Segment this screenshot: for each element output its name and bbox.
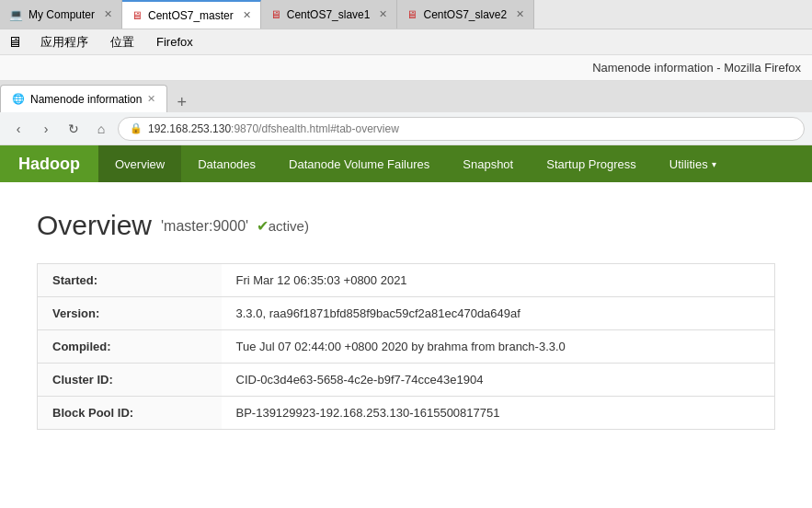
nav-datanode-volume-failures[interactable]: Datanode Volume Failures [272,145,446,182]
table-row-compiled: Compiled: Tue Jul 07 02:44:00 +0800 2020… [38,330,775,364]
os-tab-centos-slave2-close[interactable]: ✕ [516,8,524,20]
label-cluster-id: Cluster ID: [38,364,222,397]
secure-icon: 🔒 [130,122,143,134]
nav-snapshot[interactable]: Snapshot [446,145,530,182]
url-bar[interactable]: 🔒 192.168.253.130:9870/dfshealth.html#ta… [118,117,805,141]
url-path: :9870/dfshealth.html#tab-overview [231,122,399,135]
value-cluster-id: CID-0c3d4e63-5658-4c2e-b9f7-74cce43e1904 [222,364,775,397]
os-taskbar: 💻 My Computer ✕ 🖥 CentOS7_master ✕ 🖥 Cen… [0,0,812,29]
nav-datanodes[interactable]: Datanodes [181,145,272,182]
os-tab-mycomp-close[interactable]: ✕ [104,8,112,20]
address-bar: ‹ › ↻ ⌂ 🔒 192.168.253.130:9870/dfshealth… [0,112,812,145]
browser-tab-namenode[interactable]: 🌐 Namenode information ✕ [0,85,167,112]
overview-status: ✔(✔active)active) [253,218,309,234]
menu-firefox[interactable]: Firefox [153,33,197,51]
os-tab-mycomp[interactable]: 💻 My Computer ✕ [0,0,122,29]
nav-overview[interactable]: Overview [98,145,181,182]
url-host: 192.168.253.130 [148,122,231,135]
os-tab-centos-master[interactable]: 🖥 CentOS7_master ✕ [122,0,261,29]
os-tab-centos-master-close[interactable]: ✕ [243,9,251,21]
window-title-bar: Namenode information - Mozilla Firefox [0,55,812,81]
os-menu-bar: 🖥 应用程序 位置 Firefox [0,29,812,55]
back-button[interactable]: ‹ [7,118,29,140]
home-button[interactable]: ⌂ [90,118,112,140]
os-tab-mycomp-label: My Computer [29,8,95,21]
os-tab-centos-slave2[interactable]: 🖥 CentOS7_slave2 ✕ [397,0,534,29]
value-started: Fri Mar 12 06:35:03 +0800 2021 [222,264,775,297]
utilities-dropdown-arrow: ▾ [712,159,716,169]
os-tab-centos-master-label: CentOS7_master [148,9,234,22]
namenode-tab-icon: 🌐 [12,93,25,105]
value-version: 3.3.0, raa96f1871bfd858f9bac59cf2a81ec47… [222,297,775,330]
browser-tab-namenode-close[interactable]: ✕ [147,93,155,105]
overview-host: 'master:9000' ✔(✔active)active) [161,217,309,235]
hadoop-logo: Hadoop [0,145,98,182]
forward-button[interactable]: › [35,118,57,140]
overview-host-text: 'master:9000' [161,218,248,234]
nav-startup-progress[interactable]: Startup Progress [530,145,653,182]
browser-tab-bar: 🌐 Namenode information ✕ + [0,81,812,112]
label-started: Started: [38,264,222,297]
refresh-button[interactable]: ↻ [63,118,85,140]
table-row-version: Version: 3.3.0, raa96f1871bfd858f9bac59c… [38,297,775,330]
label-compiled: Compiled: [38,330,222,364]
table-row-cluster-id: Cluster ID: CID-0c3d4e63-5658-4c2e-b9f7-… [38,364,775,397]
centos-slave2-icon: 🖥 [406,8,417,21]
table-row-started: Started: Fri Mar 12 06:35:03 +0800 2021 [38,264,775,297]
value-block-pool-id: BP-139129923-192.168.253.130-16155008177… [222,397,775,430]
check-icon: ✔ [257,218,269,234]
os-tab-centos-slave1[interactable]: 🖥 CentOS7_slave1 ✕ [261,0,398,29]
table-row-block-pool-id: Block Pool ID: BP-139129923-192.168.253.… [38,397,775,430]
menu-location[interactable]: 位置 [107,32,138,52]
os-tab-centos-slave1-label: CentOS7_slave1 [287,8,371,21]
label-block-pool-id: Block Pool ID: [38,397,222,430]
hadoop-nav-bar: Hadoop Overview Datanodes Datanode Volum… [0,145,812,182]
os-tab-centos-slave1-close[interactable]: ✕ [379,8,387,20]
value-compiled: Tue Jul 07 02:44:00 +0800 2020 by brahma… [222,330,775,364]
window-title: Namenode information - Mozilla Firefox [592,61,801,75]
os-tab-centos-slave2-label: CentOS7_slave2 [423,8,507,21]
overview-heading: Overview 'master:9000' ✔(✔active)active) [37,210,775,241]
new-browser-tab-btn[interactable]: + [169,93,194,112]
browser-tab-namenode-label: Namenode information [30,93,142,106]
nav-utilities[interactable]: Utilities ▾ [653,145,733,182]
label-version: Version: [38,297,222,330]
menu-apps[interactable]: 应用程序 [37,32,92,52]
main-content: Overview 'master:9000' ✔(✔active)active)… [0,182,812,448]
info-table: Started: Fri Mar 12 06:35:03 +0800 2021 … [37,263,775,430]
overview-title-text: Overview [37,210,152,241]
centos-slave1-icon: 🖥 [270,8,281,21]
centos-master-icon: 🖥 [132,9,143,22]
mycomp-icon: 💻 [9,8,23,21]
url-text: 192.168.253.130:9870/dfshealth.html#tab-… [148,122,399,135]
os-menu-icon: 🖥 [7,34,22,51]
